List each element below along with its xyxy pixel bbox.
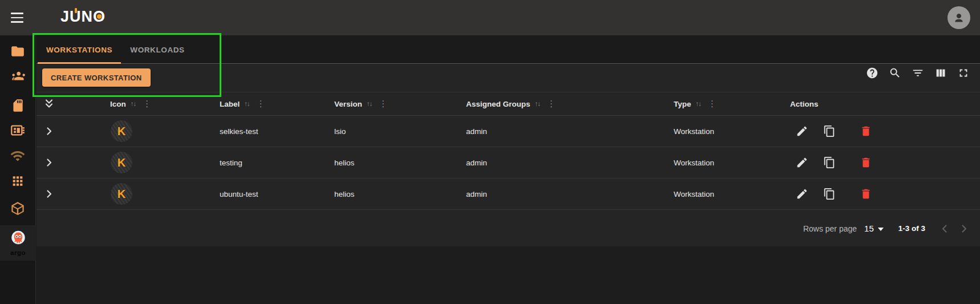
expand-row-button[interactable] bbox=[42, 116, 56, 147]
tab-bar: WORKSTATIONS WORKLOADS bbox=[37, 35, 980, 64]
sort-icon[interactable]: ↑↓ bbox=[367, 100, 372, 107]
chevron-right-icon bbox=[42, 124, 56, 138]
caret-down-icon bbox=[878, 228, 884, 231]
cube-icon bbox=[10, 201, 26, 216]
sidebar-item-groups[interactable] bbox=[10, 68, 26, 83]
column-label: Actions bbox=[790, 100, 819, 108]
search-icon[interactable] bbox=[889, 67, 901, 79]
sidebar-item-folder[interactable] bbox=[10, 44, 25, 59]
cell-version: helios bbox=[334, 179, 354, 209]
cell-assigned-groups: admin bbox=[466, 147, 487, 178]
expand-row-button[interactable] bbox=[42, 147, 56, 178]
sidebar-nav: argo bbox=[0, 35, 36, 304]
chevron-right-icon bbox=[42, 187, 56, 201]
column-header-version: Version ↑↓ ⋮ bbox=[334, 92, 387, 115]
delete-icon[interactable] bbox=[860, 156, 872, 169]
sidebar-item-argo[interactable]: argo bbox=[0, 225, 36, 261]
delete-icon[interactable] bbox=[860, 188, 872, 200]
sidebar-item-gpu[interactable] bbox=[10, 123, 26, 138]
delete-icon[interactable] bbox=[860, 125, 872, 137]
next-page-button[interactable] bbox=[957, 222, 971, 236]
avatar-letter: K bbox=[118, 188, 125, 201]
menu-icon[interactable] bbox=[11, 13, 25, 23]
column-header-assigned-groups: Assigned Groups ↑↓ ⋮ bbox=[466, 92, 556, 115]
sort-icon[interactable]: ↑↓ bbox=[244, 100, 250, 107]
app-logo: JUNO bbox=[60, 8, 106, 25]
rows-per-page-label: Rows per page bbox=[803, 224, 857, 233]
duplicate-icon[interactable] bbox=[823, 188, 836, 200]
cell-type: Workstation bbox=[674, 147, 714, 178]
sort-icon[interactable]: ↑↓ bbox=[131, 100, 136, 107]
create-workstation-button[interactable]: CREATE WORKSTATION bbox=[42, 68, 151, 87]
column-header-label: Label ↑↓ ⋮ bbox=[220, 92, 265, 115]
column-menu-icon[interactable]: ⋮ bbox=[547, 99, 556, 109]
tab-workloads[interactable]: WORKLOADS bbox=[121, 35, 194, 64]
active-tab-indicator bbox=[38, 62, 121, 64]
workstation-icon-avatar: K bbox=[111, 120, 132, 142]
fullscreen-icon[interactable] bbox=[957, 67, 970, 79]
table-header-row: Icon ↑↓ ⋮ Label ↑↓ ⋮ Version ↑↓ ⋮ Assign… bbox=[37, 92, 980, 116]
avatar-letter: K bbox=[118, 156, 125, 169]
column-menu-icon[interactable]: ⋮ bbox=[257, 99, 265, 109]
previous-page-button[interactable] bbox=[938, 222, 951, 236]
column-menu-icon[interactable]: ⋮ bbox=[379, 99, 387, 109]
user-avatar[interactable] bbox=[947, 6, 970, 29]
view-columns-icon[interactable] bbox=[934, 67, 947, 79]
rows-per-page-select[interactable]: 15 bbox=[864, 224, 884, 233]
column-label[interactable]: Type bbox=[674, 100, 691, 108]
sort-icon[interactable]: ↑↓ bbox=[696, 100, 702, 107]
table-row: K selkies-test lsio admin Workstation bbox=[37, 116, 980, 147]
column-label[interactable]: Icon bbox=[110, 100, 126, 108]
column-header-actions: Actions bbox=[790, 92, 819, 115]
sort-icon[interactable]: ↑↓ bbox=[535, 100, 541, 107]
expand-row-button[interactable] bbox=[42, 179, 56, 209]
workstations-panel: CREATE WORKSTATION bbox=[37, 64, 980, 246]
logo-dot-accent bbox=[97, 14, 102, 19]
table-pagination: Rows per page 15 1-3 of 3 bbox=[37, 211, 980, 246]
cell-assigned-groups: admin bbox=[466, 116, 487, 147]
groups-icon bbox=[10, 68, 26, 83]
tab-workstations[interactable]: WORKSTATIONS bbox=[38, 35, 121, 64]
help-icon[interactable] bbox=[866, 67, 878, 79]
double-chevron-down-icon bbox=[42, 97, 56, 111]
expand-all-button[interactable] bbox=[42, 92, 56, 115]
cell-assigned-groups: admin bbox=[466, 179, 487, 209]
wifi-icon bbox=[10, 148, 26, 164]
cell-type: Workstation bbox=[674, 116, 714, 147]
sidebar-item-storage[interactable] bbox=[10, 98, 25, 113]
cell-label: ubuntu-test bbox=[220, 179, 258, 209]
argo-mascot-icon bbox=[9, 230, 28, 250]
tab-workstations-label: WORKSTATIONS bbox=[46, 46, 112, 54]
edit-icon[interactable] bbox=[796, 156, 808, 169]
duplicate-icon[interactable] bbox=[823, 156, 836, 169]
rows-per-page-value: 15 bbox=[864, 224, 874, 233]
column-menu-icon[interactable]: ⋮ bbox=[708, 99, 716, 109]
sidebar-item-network[interactable] bbox=[10, 148, 26, 164]
video-card-icon bbox=[10, 123, 26, 138]
table-body: K selkies-test lsio admin Workstation K … bbox=[37, 116, 980, 210]
cell-type: Workstation bbox=[674, 179, 714, 209]
pagination-range-label: 1-3 of 3 bbox=[898, 224, 925, 233]
column-header-icon: Icon ↑↓ ⋮ bbox=[110, 92, 151, 115]
cell-label: selkies-test bbox=[220, 116, 258, 147]
duplicate-icon[interactable] bbox=[823, 125, 836, 137]
column-label[interactable]: Label bbox=[220, 100, 240, 108]
edit-icon[interactable] bbox=[796, 125, 808, 137]
sidebar-item-packages[interactable] bbox=[10, 201, 26, 216]
edit-icon[interactable] bbox=[796, 188, 808, 200]
filter-list-icon[interactable] bbox=[912, 67, 924, 79]
main-content: WORKSTATIONS WORKLOADS CREATE WORKSTATIO… bbox=[37, 35, 980, 304]
chevron-right-icon bbox=[42, 156, 56, 169]
cell-label: testing bbox=[220, 147, 242, 178]
sidebar-item-apps[interactable] bbox=[11, 174, 25, 188]
table-row: K testing helios admin Workstation bbox=[37, 147, 980, 179]
avatar-letter: K bbox=[118, 125, 125, 138]
column-menu-icon[interactable]: ⋮ bbox=[143, 99, 151, 109]
column-label[interactable]: Assigned Groups bbox=[466, 100, 531, 108]
column-label[interactable]: Version bbox=[334, 100, 362, 108]
person-icon bbox=[951, 10, 966, 25]
top-app-bar: JUNO bbox=[0, 0, 980, 35]
apps-grid-icon bbox=[11, 174, 25, 188]
logo-flame-accent bbox=[75, 8, 77, 13]
workstation-icon-avatar: K bbox=[111, 152, 132, 173]
